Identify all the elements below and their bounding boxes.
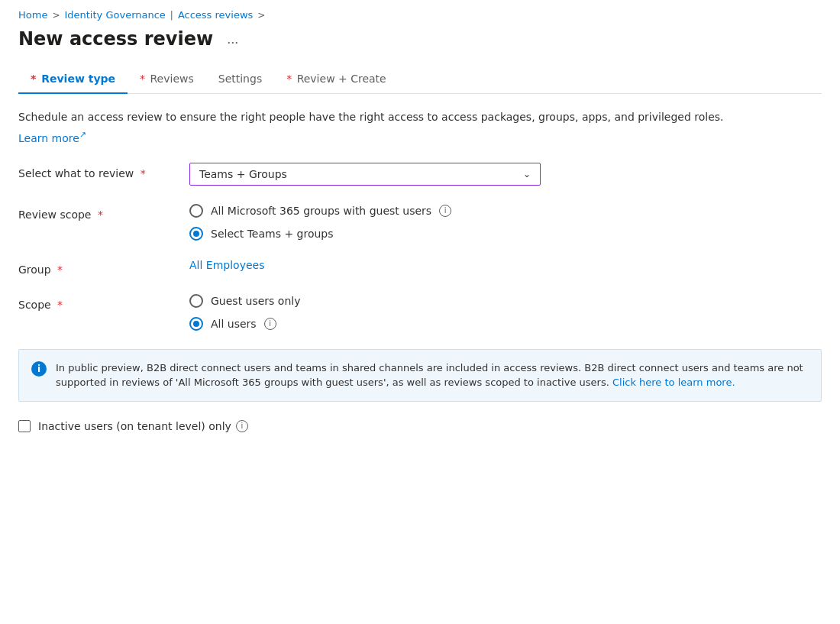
scope2-option-guest-label: Guest users only bbox=[211, 295, 300, 307]
select-review-dropdown[interactable]: Teams + Groups ⌄ bbox=[189, 163, 541, 186]
scope-option-all-ms365-label: All Microsoft 365 groups with guest user… bbox=[211, 205, 431, 217]
scope2-all-users-info-icon[interactable]: i bbox=[264, 318, 276, 330]
page-title: New access review bbox=[18, 28, 213, 50]
select-review-value: Teams + Groups bbox=[199, 168, 287, 180]
breadcrumb-identity-governance[interactable]: Identity Governance bbox=[64, 9, 165, 21]
scope-label: Scope * bbox=[18, 294, 171, 311]
scope-all-ms365-info-icon[interactable]: i bbox=[439, 205, 451, 217]
scope-radio-group: Guest users only All users i bbox=[189, 294, 571, 331]
tab-review-create[interactable]: * Review + Create bbox=[274, 65, 399, 94]
breadcrumb-sep2: | bbox=[170, 10, 173, 21]
tab-review-create-star: * bbox=[286, 73, 292, 85]
group-label: Group * bbox=[18, 259, 171, 276]
scope2-option-guest[interactable]: Guest users only bbox=[189, 294, 571, 308]
tab-review-create-label: Review + Create bbox=[297, 73, 386, 85]
tab-review-type-star: * bbox=[31, 73, 36, 85]
breadcrumb-sep3: > bbox=[257, 10, 265, 21]
scope-option-select-teams-label: Select Teams + groups bbox=[211, 228, 334, 240]
tab-review-type-label: Review type bbox=[41, 73, 115, 85]
group-row: Group * All Employees bbox=[18, 259, 822, 276]
inactive-users-label: Inactive users (on tenant level) only i bbox=[38, 420, 248, 432]
review-scope-control: All Microsoft 365 groups with guest user… bbox=[189, 204, 571, 241]
page-title-row: New access review ... bbox=[18, 28, 822, 50]
breadcrumb-access-reviews[interactable]: Access reviews bbox=[178, 9, 253, 21]
inactive-users-text: Inactive users (on tenant level) only bbox=[38, 420, 231, 432]
select-review-label: Select what to review * bbox=[18, 163, 171, 179]
tabs: * Review type * Reviews Settings * Revie… bbox=[18, 65, 822, 94]
scope2-radio-all-users[interactable] bbox=[189, 317, 203, 331]
select-review-required: * bbox=[137, 167, 145, 179]
group-control: All Employees bbox=[189, 259, 571, 271]
scope2-radio-guest[interactable] bbox=[189, 294, 203, 308]
inactive-users-checkbox[interactable] bbox=[18, 420, 31, 432]
breadcrumb-home[interactable]: Home bbox=[18, 9, 47, 21]
tab-reviews-star: * bbox=[140, 73, 145, 85]
description-text: Schedule an access review to ensure the … bbox=[18, 109, 822, 125]
breadcrumb-sep1: > bbox=[52, 10, 60, 21]
tab-settings-label: Settings bbox=[218, 73, 262, 85]
tab-review-type[interactable]: * Review type bbox=[18, 65, 128, 94]
tab-reviews-label: Reviews bbox=[150, 73, 194, 85]
ellipsis-button[interactable]: ... bbox=[222, 30, 243, 49]
scope-option-select-teams[interactable]: Select Teams + groups bbox=[189, 227, 571, 241]
learn-more-text: Learn more bbox=[18, 132, 79, 144]
review-scope-required: * bbox=[94, 209, 102, 221]
review-scope-radio-group: All Microsoft 365 groups with guest user… bbox=[189, 204, 571, 241]
tab-reviews[interactable]: * Reviews bbox=[128, 65, 206, 94]
info-banner-text: In public preview, B2B direct connect us… bbox=[56, 360, 809, 390]
select-review-control: Teams + Groups ⌄ bbox=[189, 163, 571, 186]
scope2-option-all-users-label: All users bbox=[211, 318, 257, 330]
inactive-users-info-icon[interactable]: i bbox=[236, 420, 248, 432]
tab-settings[interactable]: Settings bbox=[206, 65, 274, 94]
info-banner-link[interactable]: Click here to learn more. bbox=[612, 377, 735, 388]
group-value-link[interactable]: All Employees bbox=[189, 259, 264, 271]
review-scope-label: Review scope * bbox=[18, 204, 171, 221]
info-banner: i In public preview, B2B direct connect … bbox=[18, 349, 822, 402]
learn-more-link[interactable]: Learn more↗ bbox=[18, 132, 86, 144]
dropdown-arrow-icon: ⌄ bbox=[523, 169, 531, 179]
scope-radio-select-teams[interactable] bbox=[189, 227, 203, 241]
inactive-users-row: Inactive users (on tenant level) only i bbox=[18, 420, 822, 432]
scope-radio-all-ms365[interactable] bbox=[189, 204, 203, 218]
breadcrumb: Home > Identity Governance | Access revi… bbox=[18, 0, 822, 28]
external-link-icon: ↗ bbox=[79, 130, 86, 140]
scope-control: Guest users only All users i bbox=[189, 294, 571, 331]
scope2-option-all-users[interactable]: All users i bbox=[189, 317, 571, 331]
scope-row: Scope * Guest users only All users i bbox=[18, 294, 822, 331]
review-scope-row: Review scope * All Microsoft 365 groups … bbox=[18, 204, 822, 241]
info-banner-icon: i bbox=[31, 361, 47, 377]
form-section: Select what to review * Teams + Groups ⌄… bbox=[18, 163, 822, 331]
scope-option-all-ms365[interactable]: All Microsoft 365 groups with guest user… bbox=[189, 204, 571, 218]
group-required: * bbox=[54, 264, 63, 276]
scope-required: * bbox=[54, 299, 63, 311]
select-review-row: Select what to review * Teams + Groups ⌄ bbox=[18, 163, 822, 186]
